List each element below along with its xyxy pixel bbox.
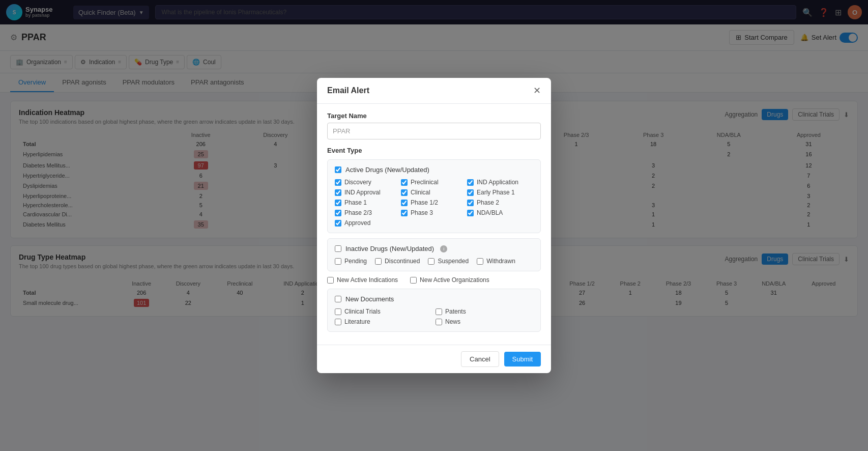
info-icon[interactable]: i xyxy=(440,245,447,252)
inactive-drugs-section: Inactive Drugs (New/Updated) i Pending D… xyxy=(327,238,541,271)
event-type-group: Event Type Active Drugs (New/Updated) Di… xyxy=(327,147,541,332)
active-drugs-label: Active Drugs (New/Updated) xyxy=(345,166,429,174)
cb-pending: Pending xyxy=(335,258,367,265)
email-alert-modal: Email Alert ✕ Target Name Event Type Act… xyxy=(317,78,551,373)
inactive-drugs-checkbox[interactable] xyxy=(335,245,341,252)
cb-clinical-trials: Clinical Trials xyxy=(335,308,432,315)
inactive-drugs-label: Inactive Drugs (New/Updated) xyxy=(345,245,434,252)
active-checkboxes-grid: Discovery Preclinical IND Application xyxy=(335,179,533,227)
new-docs-checkbox[interactable] xyxy=(335,296,341,302)
cancel-button[interactable]: Cancel xyxy=(461,351,499,367)
submit-button[interactable]: Submit xyxy=(504,352,541,367)
cb-patents: Patents xyxy=(436,308,533,315)
inactive-drugs-header: Inactive Drugs (New/Updated) i xyxy=(335,245,533,252)
cb-phase1: Phase 1 xyxy=(335,199,401,206)
cb-withdrawn: Withdrawn xyxy=(477,258,515,265)
cb-phase12: Phase 1/2 xyxy=(401,199,467,206)
target-name-group: Target Name xyxy=(327,112,541,139)
modal-overlay[interactable]: Email Alert ✕ Target Name Event Type Act… xyxy=(0,0,868,451)
active-drugs-header: Active Drugs (New/Updated) xyxy=(335,166,533,174)
documents-section: New Documents Clinical Trials Patents xyxy=(327,289,541,332)
new-docs-label: New Documents xyxy=(345,295,394,303)
target-name-label: Target Name xyxy=(327,112,541,120)
cb-discovery: Discovery xyxy=(335,179,401,186)
cb-news: News xyxy=(436,318,533,325)
cb-approved: Approved xyxy=(335,219,401,227)
target-name-input[interactable] xyxy=(327,123,541,139)
cb-clinical: Clinical xyxy=(401,189,467,196)
new-docs-header: New Documents xyxy=(335,295,533,303)
cb-suspended: Suspended xyxy=(428,258,469,265)
cb-phase3: Phase 3 xyxy=(401,209,467,216)
cb-nda: NDA/BLA xyxy=(467,209,533,216)
modal-body: Target Name Event Type Active Drugs (New… xyxy=(317,104,551,345)
cb-discontinued: Discontinued xyxy=(375,258,420,265)
cb-ind-application: IND Application xyxy=(467,179,533,186)
cb-phase2: Phase 2 xyxy=(467,199,533,206)
inactive-checkboxes: Pending Discontinued Suspended With xyxy=(335,258,533,265)
active-drugs-section: Active Drugs (New/Updated) Discovery Pre… xyxy=(327,159,541,233)
cb-literature: Literature xyxy=(335,318,432,325)
new-indications-label: New Active Indications xyxy=(337,276,398,284)
cb-ind-approval: IND Approval xyxy=(335,189,401,196)
new-indications-cb: New Active Indications xyxy=(327,276,398,284)
cb-early-phase1: Early Phase 1 xyxy=(467,189,533,196)
event-type-label: Event Type xyxy=(327,147,541,154)
active-drugs-checkbox[interactable] xyxy=(335,166,341,173)
modal-close-button[interactable]: ✕ xyxy=(533,86,541,95)
modal-title: Email Alert xyxy=(327,86,369,95)
new-organizations-cb: New Active Organizations xyxy=(410,276,489,284)
new-organizations-label: New Active Organizations xyxy=(420,276,489,284)
cb-preclinical: Preclinical xyxy=(401,179,467,186)
modal-footer: Cancel Submit xyxy=(317,345,551,373)
docs-checkboxes-grid: Clinical Trials Patents Literature xyxy=(335,308,533,325)
cb-phase23: Phase 2/3 xyxy=(335,209,401,216)
modal-header: Email Alert ✕ xyxy=(317,78,551,104)
standalone-checkboxes: New Active Indications New Active Organi… xyxy=(327,276,541,284)
